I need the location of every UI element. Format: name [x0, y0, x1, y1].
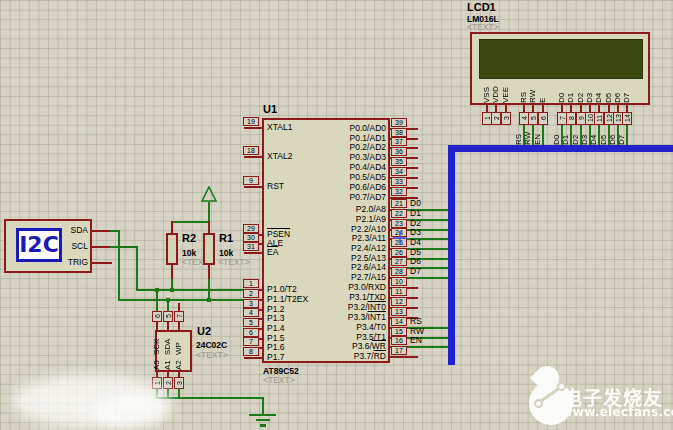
- u1-pin-label: P3.4/T0: [286, 323, 386, 332]
- net-label: RW: [523, 121, 532, 145]
- u1-pin-stub[interactable]: [244, 357, 262, 359]
- net-label: D0: [552, 121, 561, 145]
- u1-pin-number: 15: [391, 327, 407, 336]
- net-label: D1: [561, 121, 570, 145]
- net-label: D2: [571, 121, 580, 145]
- net-wire[interactable]: [406, 277, 450, 279]
- r1-lead[interactable]: [208, 221, 210, 233]
- gnd-wire[interactable]: [262, 397, 264, 414]
- u1-pin-number: 18: [243, 146, 259, 155]
- net-label: D6: [608, 121, 617, 145]
- net-label: D4: [589, 121, 598, 145]
- junction-dot: [155, 288, 159, 292]
- scl-net-wire[interactable]: [136, 289, 246, 291]
- r2-lead[interactable]: [171, 265, 173, 279]
- u1-pin-number: 3: [243, 299, 259, 308]
- u1-pin-stub[interactable]: [244, 186, 262, 188]
- u1-pin-number: 38: [391, 128, 407, 137]
- u1-pin-number: 13: [391, 307, 407, 316]
- u1-pin-number: 19: [243, 117, 259, 126]
- u1-pin-label: P0.0/AD0: [286, 124, 386, 133]
- u1-pin-stub[interactable]: [244, 127, 262, 129]
- sda-wire[interactable]: [118, 230, 120, 301]
- u1-pin-number: 2: [243, 289, 259, 298]
- cursor-crosshair: [399, 231, 401, 245]
- u1-pin-number: 9: [243, 176, 259, 185]
- i2c-scl-stub[interactable]: [92, 246, 112, 248]
- vcc-stem[interactable]: [208, 202, 210, 222]
- net-label: RS: [514, 121, 523, 145]
- lcd-pin-label: D7: [622, 80, 632, 103]
- junction-dot: [170, 288, 174, 292]
- u1-pin-number: 11: [391, 287, 407, 296]
- sda-net-wire[interactable]: [118, 299, 246, 301]
- u1-pin-number: 28: [391, 267, 407, 276]
- u1-pin-number: 8: [243, 347, 259, 356]
- net-wire[interactable]: [406, 346, 450, 348]
- u1-pin-label: P0.3/AD3: [286, 153, 386, 162]
- u2-sck-drop[interactable]: [156, 289, 158, 312]
- watermark-smudge: [92, 396, 170, 428]
- u1-pin-number: 7: [243, 337, 259, 346]
- ground-bar[interactable]: [249, 414, 276, 416]
- u1-pin-number: 12: [391, 297, 407, 306]
- u2-pin-wire[interactable]: [178, 388, 180, 399]
- r2-lead[interactable]: [171, 221, 173, 233]
- ground-bar[interactable]: [260, 424, 266, 427]
- scl-wire[interactable]: [136, 246, 138, 291]
- net-label: D1: [410, 209, 438, 218]
- u1-pin-number: 26: [391, 248, 407, 257]
- u1-pin-number: 39: [391, 118, 407, 127]
- vcc-wire[interactable]: [171, 221, 210, 223]
- i2c-sda-stub[interactable]: [92, 230, 112, 232]
- i2c-trig-stub[interactable]: [92, 262, 112, 264]
- u1-pin-label: P3.7/RD: [286, 352, 386, 361]
- lcd-pin-label: E: [538, 80, 548, 103]
- u1-pin-number: 31: [243, 242, 259, 251]
- u1-pin-label: P0.5/AD5: [286, 173, 386, 182]
- scl-wire[interactable]: [110, 246, 138, 248]
- u1-pin-number: 17: [391, 346, 407, 355]
- lcd-pin-number: 2: [491, 112, 501, 125]
- r1-lead[interactable]: [208, 265, 210, 279]
- net-label: D4: [410, 238, 438, 247]
- u1-pin-stub[interactable]: [244, 252, 262, 254]
- u2-gnd-wire[interactable]: [156, 397, 264, 399]
- u2-pin-number: 7: [174, 311, 184, 322]
- net-label: RS: [410, 317, 438, 326]
- net-label: EN: [533, 121, 542, 145]
- u1-pin-number: 34: [391, 167, 407, 176]
- u1-pin-number: 36: [391, 147, 407, 156]
- u2-pin-number: 6: [152, 311, 162, 322]
- schematic-canvas: I2C SDA SCL TRIG R2 10k <TEXT> R1 10k <T…: [0, 0, 673, 430]
- u1-pin-number: 27: [391, 257, 407, 266]
- u1-pin-label: P3.0/RXD: [286, 283, 386, 292]
- u1-pin-number: 32: [391, 187, 407, 196]
- lcd-pin-label: VEE: [501, 80, 511, 103]
- u1-pin-stub[interactable]: [390, 356, 418, 358]
- u2-pin-stub[interactable]: [156, 321, 158, 330]
- u1-pin-label: P2.3/A11: [286, 234, 386, 243]
- lcd-pin-label: D1: [566, 80, 576, 103]
- u1-pin-label: P2.7/A15: [286, 273, 386, 282]
- u1-pin-label: P2.0/A8: [286, 205, 386, 214]
- u1-pin-label: P2.4/A12: [286, 244, 386, 253]
- lcd-pin-number: 3: [501, 112, 511, 125]
- u1-pin-stub[interactable]: [244, 156, 262, 158]
- net-label: D7: [617, 121, 626, 145]
- u1-pin-label: P0.2/AD2: [286, 143, 386, 152]
- u1-pin-label: P2.1/A9: [286, 215, 386, 224]
- net-label: D5: [599, 121, 608, 145]
- lcd-pin-label: VDD: [491, 80, 501, 103]
- ground-bar[interactable]: [256, 419, 270, 421]
- lcd-pin-label: RW: [528, 80, 538, 103]
- u2-pin-stub[interactable]: [178, 321, 180, 330]
- bus-vertical[interactable]: [448, 145, 455, 365]
- bus-horizontal[interactable]: [448, 145, 673, 152]
- u1-pin-label: P3.2/INT0: [286, 303, 386, 312]
- u2-pin-stub[interactable]: [167, 321, 169, 330]
- u1-pin-number: 5: [243, 318, 259, 327]
- u1-pin-label: P0.4/AD4: [286, 163, 386, 172]
- u1-pin-number: 10: [391, 277, 407, 286]
- u1-pin-label: P3.6/WR: [286, 342, 386, 351]
